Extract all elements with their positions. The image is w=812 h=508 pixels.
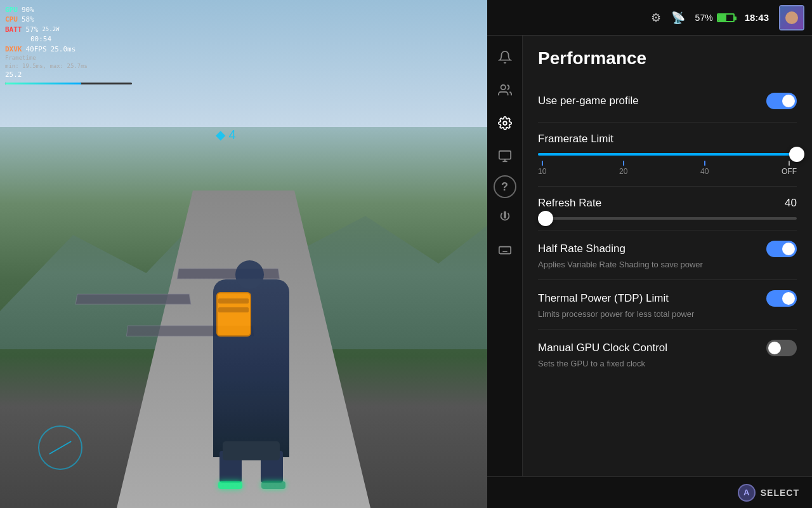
right-panel: ⚙ 📡 57% 18:43 <box>487 0 812 508</box>
frametime-detail: min: 19.5ms, max: 25.7ms <box>5 62 88 70</box>
avatar[interactable] <box>779 5 804 30</box>
svg-point-1 <box>503 121 507 125</box>
framerate-slider-fill <box>538 153 797 156</box>
select-label: SELECT <box>761 488 799 498</box>
a-button[interactable]: A <box>738 484 756 502</box>
battery-indicator: 57% <box>695 13 735 23</box>
refresh-rate-value: 40 <box>785 197 797 210</box>
gpu-clock-desc: Sets the GPU to a fixed clock <box>538 359 797 368</box>
sidebar: ? <box>487 36 523 476</box>
cpu-label: CPU <box>5 15 18 24</box>
per-game-toggle[interactable] <box>766 93 797 109</box>
gpu-clock-toggle[interactable] <box>766 340 797 356</box>
batt-time: 00:54 <box>30 34 51 44</box>
panel-body: ? Performance Use per-game profile <box>487 36 812 476</box>
half-rate-toggle[interactable] <box>766 241 797 257</box>
refresh-rate-slider-thumb[interactable] <box>538 211 553 226</box>
half-rate-label: Half Rate Shading <box>538 243 625 255</box>
ms-value: 25.0ms <box>51 44 76 54</box>
setting-gpu-clock: Manual GPU Clock Control Sets the GPU to… <box>538 330 797 378</box>
svg-rect-6 <box>499 247 510 254</box>
framerate-slider-thumb[interactable] <box>789 147 804 162</box>
sidebar-item-keyboard[interactable] <box>491 236 519 264</box>
svg-rect-2 <box>499 151 510 159</box>
framerate-slider-track <box>538 153 797 156</box>
setting-half-rate-shading: Half Rate Shading Applies Variable Rate … <box>538 231 797 280</box>
gpu-value: 90% <box>22 5 34 15</box>
gpu-label: GPU <box>5 5 18 15</box>
tdp-desc: Limits processor power for less total po… <box>538 309 797 319</box>
setting-per-game-profile: Use per-game profile <box>538 83 797 123</box>
top-bar: ⚙ 📡 57% 18:43 <box>487 0 812 36</box>
content-area: Performance Use per-game profile Framera… <box>523 36 812 476</box>
game-area: GPU 90% CPU 58% BATT 57% 25.2W 00:54 DXV… <box>0 0 487 508</box>
tdp-toggle[interactable] <box>766 290 797 307</box>
setting-framerate-limit: Framerate Limit 10 20 <box>538 123 797 187</box>
tick-10: 10 <box>538 161 546 176</box>
frametime-label: Frametime <box>5 54 36 62</box>
refresh-rate-slider-track <box>538 217 797 220</box>
waypoint: ◆ 4 <box>216 127 236 142</box>
a-button-label: A <box>743 488 749 497</box>
tick-20: 20 <box>619 161 627 176</box>
sidebar-item-settings[interactable] <box>491 109 519 137</box>
tdp-label: Thermal Power (TDP) Limit <box>538 292 669 305</box>
frametime-value: 25.2 <box>5 70 22 79</box>
framerate-label: Framerate Limit <box>538 133 613 145</box>
bottom-bar: A SELECT <box>487 476 812 508</box>
batt-label: BATT <box>5 25 22 34</box>
svg-point-0 <box>501 85 505 90</box>
cpu-value: 58% <box>22 15 34 24</box>
sidebar-item-notifications[interactable] <box>491 43 519 71</box>
tick-40: 40 <box>700 161 709 176</box>
gear-icon[interactable]: ⚙ <box>651 11 661 25</box>
batt-value: 57% <box>26 25 39 34</box>
sidebar-item-help[interactable]: ? <box>494 175 516 198</box>
setting-tdp-limit: Thermal Power (TDP) Limit Limits process… <box>538 280 797 330</box>
refresh-rate-label: Refresh Rate <box>538 197 601 210</box>
gpu-clock-label: Manual GPU Clock Control <box>538 342 667 354</box>
framerate-ticks: 10 20 40 OFF <box>538 161 797 176</box>
battery-icon <box>717 13 735 22</box>
sidebar-item-users[interactable] <box>491 76 519 104</box>
refresh-rate-slider-container <box>538 217 797 220</box>
sidebar-item-power[interactable] <box>491 203 519 231</box>
sidebar-item-display[interactable] <box>491 142 519 170</box>
clock: 18:43 <box>745 12 769 23</box>
svg-marker-5 <box>504 212 506 218</box>
cast-icon[interactable]: 📡 <box>671 11 685 25</box>
fps-value: 40FPS <box>26 44 47 54</box>
half-rate-desc: Applies Variable Rate Shading to save po… <box>538 260 797 269</box>
hud-overlay: GPU 90% CPU 58% BATT 57% 25.2W 00:54 DXV… <box>5 5 132 84</box>
compass <box>38 425 82 470</box>
dxvk-label: DXVK <box>5 44 22 54</box>
tick-off: OFF <box>782 161 797 176</box>
page-title: Performance <box>538 48 797 69</box>
batt-power: 25.2W <box>42 25 59 34</box>
framerate-slider-container: 10 20 40 OFF <box>538 153 797 176</box>
per-game-label: Use per-game profile <box>538 95 639 107</box>
battery-percent: 57% <box>695 13 713 23</box>
setting-refresh-rate: Refresh Rate 40 <box>538 187 797 231</box>
